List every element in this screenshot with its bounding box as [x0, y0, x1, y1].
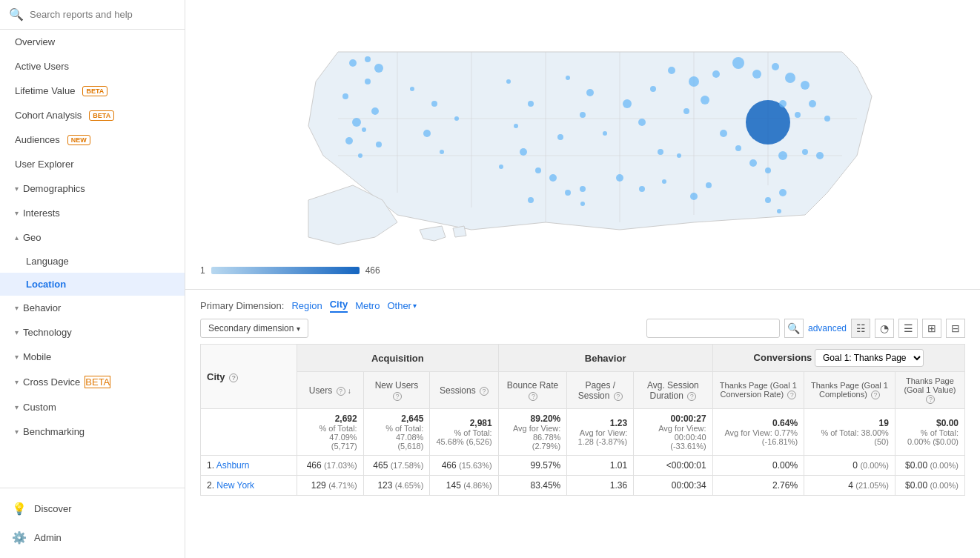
svg-point-49	[795, 112, 801, 118]
beta-badge: BETA	[89, 110, 114, 121]
thanks-rate-header: Thanks Page (Goal 1 Conversion Rate) ?	[712, 372, 804, 409]
avg-session-header: Avg. Session Duration ?	[634, 372, 712, 409]
sidebar-item-audiences[interactable]: Audiences NEW	[0, 127, 185, 152]
row-city: 1. Ashburn	[201, 456, 297, 476]
svg-point-64	[580, 186, 586, 192]
sidebar-item-technology[interactable]: Technology	[0, 320, 185, 345]
admin-label: Admin	[34, 532, 62, 543]
svg-point-25	[499, 165, 503, 169]
bounce-rate-header: Bounce Rate ?	[498, 372, 567, 409]
sort-arrow[interactable]: ↓	[348, 387, 351, 395]
thanks-value-help-icon[interactable]: ?	[926, 395, 935, 404]
secondary-dimension-select[interactable]: Secondary dimension ▾	[200, 319, 308, 338]
map-container: 1 466	[185, 0, 980, 290]
sidebar-item-label: Mobile	[23, 351, 51, 362]
svg-point-11	[358, 153, 362, 158]
row-new-users: 465 (17.58%)	[363, 456, 430, 476]
sidebar-item-benchmarking[interactable]: Benchmarking	[0, 419, 185, 444]
svg-point-67	[779, 189, 787, 196]
sidebar-item-overview[interactable]: Overview	[0, 30, 185, 54]
sidebar-item-custom[interactable]: Custom	[0, 395, 185, 419]
svg-point-36	[689, 76, 699, 87]
totals-row: 2,692 % of Total: 47.09% (5,717) 2,645 %…	[201, 409, 965, 456]
totals-bounce-rate: 89.20% Avg for View: 86.78% (2.79%)	[498, 409, 567, 456]
search-button[interactable]: 🔍	[784, 319, 804, 338]
dim-region[interactable]: Region	[291, 300, 322, 311]
totals-thanks-rate: 0.64% Avg for View: 0.77% (-16.81%)	[712, 409, 804, 456]
discover-label: Discover	[34, 503, 72, 514]
sidebar-item-cross-device[interactable]: Cross Device BETA	[0, 369, 185, 395]
row-thanks-value: $0.00 (0.00%)	[895, 456, 964, 476]
sidebar: 🔍 Overview Active Users Lifetime Value B…	[0, 0, 185, 558]
totals-thanks-value: $0.00 % of Total: 0.00% ($0.00)	[895, 409, 964, 456]
legend-bar	[211, 267, 360, 274]
goal-select[interactable]: Goal 1: Thanks Page	[815, 349, 924, 367]
list-view-button[interactable]: ☰	[898, 319, 918, 338]
toolbar-row: Secondary dimension ▾ 🔍 advanced ☷ ◔ ☰ ⊞…	[200, 319, 965, 338]
svg-point-70	[580, 202, 585, 206]
newyork-link[interactable]: New York	[216, 480, 254, 491]
svg-point-53	[735, 145, 741, 151]
sidebar-discover[interactable]: 💡 Discover	[0, 494, 185, 523]
beta-badge: BETA	[85, 376, 110, 388]
svg-point-39	[683, 108, 689, 114]
grid-view-button[interactable]: ☷	[851, 319, 870, 338]
dim-city[interactable]: City	[330, 299, 348, 313]
column-view-button[interactable]: ⊟	[946, 319, 965, 338]
row-sessions: 466 (15.63%)	[430, 456, 498, 476]
search-bar[interactable]: 🔍	[0, 0, 185, 30]
svg-point-33	[638, 119, 646, 126]
ashburn-link[interactable]: Ashburn	[216, 460, 250, 471]
svg-point-68	[549, 174, 557, 182]
totals-users: 2,692 % of Total: 47.09% (5,717)	[297, 409, 364, 456]
totals-thanks-comp: 19 % of Total: 38.00% (50)	[804, 409, 895, 456]
sidebar-item-demographics[interactable]: Demographics	[0, 176, 185, 201]
pie-view-button[interactable]: ◔	[875, 319, 894, 338]
svg-point-32	[623, 99, 632, 108]
avg-session-help-icon[interactable]: ?	[687, 392, 696, 401]
pivot-view-button[interactable]: ⊞	[922, 319, 941, 338]
sidebar-item-interests[interactable]: Interests	[0, 201, 185, 225]
svg-point-22	[528, 101, 534, 107]
users-help-icon[interactable]: ?	[337, 387, 345, 396]
svg-point-41	[677, 153, 681, 158]
sidebar-admin[interactable]: ⚙️ Admin	[0, 523, 185, 552]
sidebar-item-active-users[interactable]: Active Users	[0, 54, 185, 79]
svg-point-63	[706, 182, 712, 188]
thanks-comp-help-icon[interactable]: ?	[871, 391, 880, 399]
bounce-help-icon[interactable]: ?	[529, 392, 537, 401]
advanced-link[interactable]: advanced	[808, 323, 847, 333]
thanks-rate-help-icon[interactable]: ?	[787, 391, 796, 399]
sidebar-item-lifetime-value[interactable]: Lifetime Value BETA	[0, 79, 185, 103]
sidebar-item-behavior[interactable]: Behavior	[0, 296, 185, 320]
svg-point-59	[616, 174, 623, 182]
svg-point-55	[765, 167, 771, 173]
city-help-icon[interactable]: ?	[229, 373, 238, 382]
sidebar-item-language[interactable]: Language	[0, 250, 185, 273]
sidebar-item-cohort-analysis[interactable]: Cohort Analysis BETA	[0, 103, 185, 127]
dim-metro[interactable]: Metro	[355, 300, 380, 311]
dim-other[interactable]: Other ▾	[387, 300, 417, 311]
legend-max: 466	[365, 265, 380, 276]
svg-point-62	[690, 193, 698, 200]
svg-point-40	[658, 149, 663, 155]
row-avg-session: 00:00:34	[634, 476, 712, 496]
sidebar-item-location[interactable]: Location	[0, 273, 185, 296]
table-section: Primary Dimension: Region City Metro Oth…	[185, 290, 980, 496]
sessions-help-icon[interactable]: ?	[480, 387, 489, 396]
svg-point-24	[520, 148, 527, 156]
search-input[interactable]	[30, 9, 176, 20]
users-header: Users ? ↓	[297, 372, 364, 409]
new-users-help-icon[interactable]: ?	[393, 392, 402, 401]
sidebar-item-user-explorer[interactable]: User Explorer	[0, 152, 185, 176]
sidebar-item-mobile[interactable]: Mobile	[0, 345, 185, 369]
table-search-input[interactable]	[646, 319, 780, 338]
sidebar-item-geo[interactable]: Geo	[0, 225, 185, 250]
pages-session-header: Pages / Session ?	[567, 372, 634, 409]
pages-help-icon[interactable]: ?	[614, 392, 623, 401]
sidebar-item-label: Audiences	[15, 134, 60, 145]
thanks-comp-header: Thanks Page (Goal 1 Completions) ?	[804, 372, 895, 409]
svg-point-28	[586, 89, 594, 96]
svg-point-37	[712, 70, 720, 78]
row-pages-session: 1.01	[567, 456, 634, 476]
